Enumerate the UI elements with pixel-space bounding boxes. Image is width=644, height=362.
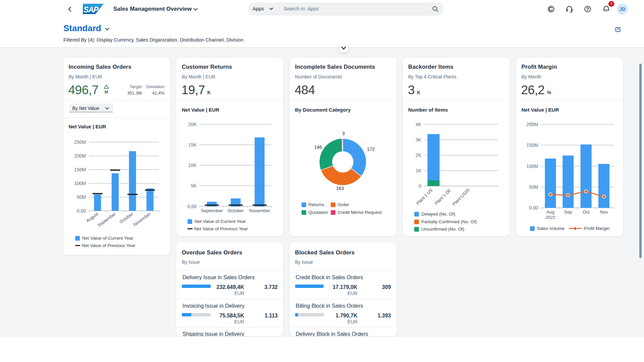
svg-text:November: November [132,211,152,227]
svg-text:Plant 1 US: Plant 1 US [415,187,434,206]
svg-text:146: 146 [314,144,322,150]
svg-text:November: November [249,208,270,213]
svg-text:Nov: Nov [600,209,608,215]
svg-text:SAP: SAP [84,5,99,14]
svg-text:2022: 2022 [545,215,555,220]
svg-text:Oct: Oct [582,209,589,215]
svg-text:250M: 250M [74,139,86,145]
svg-text:200M: 200M [526,122,538,127]
svg-text:100M: 100M [526,164,538,169]
svg-text:September: September [96,211,117,228]
svg-text:October: October [227,208,244,213]
svg-text:5K: 5K [191,183,197,188]
svg-text:3K: 3K [416,137,422,142]
svg-text:September: September [201,208,223,213]
svg-text:Plant 1 DE: Plant 1 DE [434,187,452,206]
svg-text:1K: 1K [416,168,422,173]
svg-text:100M: 100M [74,181,86,186]
svg-text:150M: 150M [526,142,538,148]
svg-text:August: August [85,211,99,223]
svg-text:Sep: Sep [564,209,572,215]
svg-text:172: 172 [367,146,375,152]
svg-text:10K: 10K [188,163,197,168]
svg-text:3: 3 [342,131,345,136]
svg-text:50M: 50M [76,194,86,200]
svg-text:15K: 15K [188,142,197,147]
svg-text:50M: 50M [529,184,538,190]
svg-text:0: 0 [419,183,421,189]
svg-text:4K: 4K [416,122,422,127]
svg-text:150M: 150M [74,167,86,172]
svg-text:200M: 200M [74,153,86,159]
svg-text:0,00: 0,00 [187,204,197,209]
svg-text:0,00: 0,00 [529,205,538,210]
svg-text:Aug: Aug [546,209,554,215]
svg-text:October: October [118,211,134,225]
svg-text:2K: 2K [416,153,422,158]
svg-text:163: 163 [336,186,344,191]
svg-text:Plant US20: Plant US20 [451,188,471,207]
svg-text:20K: 20K [188,122,197,127]
svg-text:0,00: 0,00 [76,208,86,214]
